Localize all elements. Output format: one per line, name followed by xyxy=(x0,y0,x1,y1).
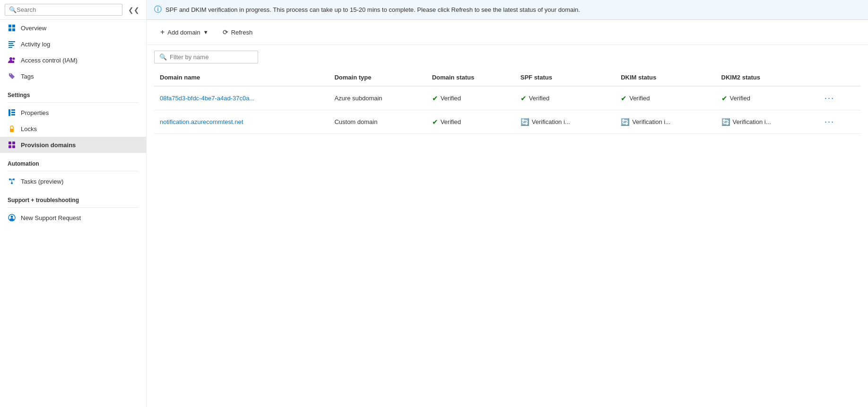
check-icon: ✔ xyxy=(432,118,438,126)
tasks-icon xyxy=(8,177,16,186)
status-text: Verified xyxy=(730,95,750,102)
sidebar-search-row: 🔍 ❮❮ xyxy=(0,0,146,20)
cell-domain-name: 08fa75d3-bfdc-4be7-a4ad-37c0a... xyxy=(154,86,329,110)
collapse-sidebar-button[interactable]: ❮❮ xyxy=(126,5,141,15)
col-domain-status: Domain status xyxy=(426,69,515,86)
add-icon: + xyxy=(160,28,165,36)
search-icon: 🔍 xyxy=(9,6,17,13)
svg-rect-1 xyxy=(12,25,15,27)
svg-rect-11 xyxy=(11,109,15,111)
refresh-label: Refresh xyxy=(231,29,253,36)
in-progress-icon: 🔄 xyxy=(521,118,529,126)
col-actions xyxy=(816,69,860,86)
activity-log-icon xyxy=(8,40,16,48)
sidebar-item-provision-domains[interactable]: Provision domains xyxy=(0,137,146,153)
cell-dkim-status: ✔Verified xyxy=(615,86,715,110)
svg-rect-10 xyxy=(9,109,10,116)
locks-icon xyxy=(8,124,16,133)
cell-domain-status: ✔Verified xyxy=(426,86,515,110)
status-text: Verified xyxy=(629,95,650,102)
sidebar-item-label-activity-log: Activity log xyxy=(21,41,50,48)
cell-domain-type: Custom domain xyxy=(329,110,426,134)
domain-name-link[interactable]: 08fa75d3-bfdc-4be7-a4ad-37c0a... xyxy=(160,95,254,102)
col-dkim2-status: DKIM2 status xyxy=(716,69,816,86)
sidebar-item-label-new-support: New Support Request xyxy=(21,214,81,221)
col-domain-name: Domain name xyxy=(154,69,329,86)
svg-point-8 xyxy=(9,57,12,60)
sidebar: 🔍 ❮❮ Overview Activity log Access contro… xyxy=(0,0,147,407)
sidebar-item-activity-log[interactable]: Activity log xyxy=(0,36,146,52)
support-icon xyxy=(8,213,16,222)
svg-rect-15 xyxy=(9,142,11,144)
cell-domain-status: ✔Verified xyxy=(426,110,515,134)
svg-point-9 xyxy=(13,58,15,60)
check-icon: ✔ xyxy=(432,94,438,103)
info-icon: ⓘ xyxy=(154,5,162,15)
properties-icon xyxy=(8,108,16,117)
svg-rect-16 xyxy=(12,142,15,144)
tags-icon xyxy=(8,72,16,80)
sidebar-item-label-locks: Locks xyxy=(21,125,37,133)
settings-divider xyxy=(8,102,139,103)
status-text: Verified xyxy=(441,95,461,102)
status-verified: ✔Verified xyxy=(721,94,810,103)
row-more-button[interactable]: ··· xyxy=(822,92,837,104)
col-dkim-status: DKIM status xyxy=(615,69,715,86)
sidebar-search-input[interactable] xyxy=(17,6,118,13)
svg-rect-18 xyxy=(12,145,15,148)
automation-divider xyxy=(8,171,139,171)
svg-rect-3 xyxy=(12,28,15,31)
sidebar-item-label-properties: Properties xyxy=(21,109,49,116)
check-icon: ✔ xyxy=(721,94,728,103)
filter-box[interactable]: 🔍 xyxy=(154,51,258,63)
info-banner: ⓘ SPF and DKIM verification in progress.… xyxy=(147,0,868,20)
add-domain-chevron-icon: ▼ xyxy=(203,29,208,35)
sidebar-item-new-support[interactable]: New Support Request xyxy=(0,210,146,226)
svg-point-25 xyxy=(11,216,13,218)
sidebar-search-box[interactable]: 🔍 xyxy=(5,4,122,16)
status-verified: ✔Verified xyxy=(621,94,710,103)
overview-icon xyxy=(8,24,16,32)
toolbar: + Add domain ▼ ⟳ Refresh xyxy=(147,20,868,45)
cell-domain-type: Azure subdomain xyxy=(329,86,426,110)
svg-rect-12 xyxy=(11,112,15,113)
add-domain-button[interactable]: + Add domain ▼ xyxy=(154,25,215,40)
row-more-button[interactable]: ··· xyxy=(822,116,837,128)
svg-rect-14 xyxy=(10,129,14,132)
sidebar-item-label-tags: Tags xyxy=(21,73,34,80)
domain-table: Domain name Domain type Domain status SP… xyxy=(147,69,868,407)
iam-icon xyxy=(8,56,16,64)
in-progress-icon: 🔄 xyxy=(721,118,730,126)
provision-domains-icon xyxy=(8,141,16,149)
sidebar-item-locks[interactable]: Locks xyxy=(0,121,146,137)
domains-table: Domain name Domain type Domain status SP… xyxy=(154,69,860,134)
cell-actions: ··· xyxy=(816,86,860,110)
sidebar-item-tasks[interactable]: Tasks (preview) xyxy=(0,173,146,189)
svg-rect-17 xyxy=(9,145,11,148)
svg-rect-0 xyxy=(9,25,11,27)
table-row: notification.azurecommtest.netCustom dom… xyxy=(154,110,860,134)
status-in-progress: 🔄Verification i... xyxy=(721,118,810,126)
svg-rect-5 xyxy=(9,43,13,44)
sidebar-item-tags[interactable]: Tags xyxy=(0,68,146,84)
col-domain-type: Domain type xyxy=(329,69,426,86)
cell-dkim2-status: ✔Verified xyxy=(716,86,816,110)
sidebar-item-properties[interactable]: Properties xyxy=(0,105,146,121)
svg-rect-4 xyxy=(9,41,15,42)
status-verified: ✔Verified xyxy=(432,118,509,126)
domain-name-link[interactable]: notification.azurecommtest.net xyxy=(160,118,243,125)
table-header-row: Domain name Domain type Domain status SP… xyxy=(154,69,860,86)
cell-domain-name: notification.azurecommtest.net xyxy=(154,110,329,134)
automation-section-header: Automation xyxy=(0,153,146,169)
cell-spf-status: ✔Verified xyxy=(515,86,615,110)
sidebar-item-access-control[interactable]: Access control (IAM) xyxy=(0,52,146,68)
banner-message: SPF and DKIM verification in progress. T… xyxy=(165,6,580,13)
table-row: 08fa75d3-bfdc-4be7-a4ad-37c0a...Azure su… xyxy=(154,86,860,110)
sidebar-item-overview[interactable]: Overview xyxy=(0,20,146,36)
cell-actions: ··· xyxy=(816,110,860,134)
filter-input[interactable] xyxy=(170,53,253,61)
col-spf-status: SPF status xyxy=(515,69,615,86)
svg-rect-6 xyxy=(9,45,14,46)
settings-section-header: Settings xyxy=(0,84,146,100)
refresh-button[interactable]: ⟳ Refresh xyxy=(217,25,259,39)
